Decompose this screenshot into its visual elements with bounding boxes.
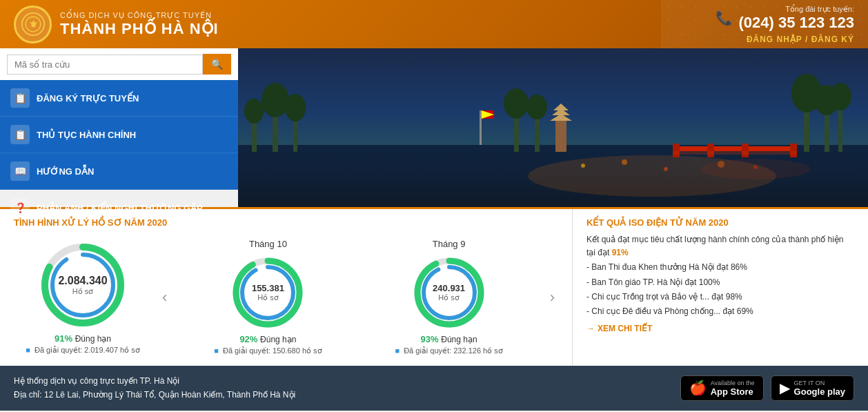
month-9-label: Hồ sơ — [433, 293, 465, 302]
svg-point-10 — [285, 94, 306, 121]
menu-item-register-label: ĐĂNG KÝ TRỰC TUYẾN — [37, 93, 139, 104]
hotline-info: Tổng đài trực tuyến: (024) 35 123 123 — [738, 5, 854, 32]
main-chart-center: 2.084.340 Hồ sơ — [58, 274, 107, 295]
menu-item-register[interactable]: 📋 ĐĂNG KÝ TRỰC TUYẾN — [0, 80, 238, 117]
month-chart-9: Tháng 9 240.931 Hồ sơ 93% — [359, 239, 540, 355]
month-9-chart-center: 240.931 Hồ sơ — [433, 283, 465, 302]
svg-point-37 — [622, 159, 627, 165]
search-bar: 🔍 — [0, 48, 238, 80]
svg-point-20 — [504, 88, 529, 119]
main-chart-pct: 91% — [55, 333, 72, 344]
header-right: 📞 Tổng đài trực tuyến: (024) 35 123 123 … — [716, 5, 854, 44]
search-button[interactable]: 🔍 — [203, 54, 231, 75]
svg-rect-23 — [555, 117, 566, 152]
header-left: ⚜ CỔNG DỊCH VỤ CÔNG TRỰC TUYẾN THÀNH PHỐ… — [14, 6, 219, 43]
iso-section-title: KẾT QUẢ ISO ĐIỆN TỬ NĂM 2020 — [586, 217, 854, 228]
app-store-sub: Available on the — [711, 380, 755, 386]
menu-item-procedure-label: THỦ TỤC HÀNH CHÍNH — [37, 130, 136, 140]
header-main-title: THÀNH PHỐ HÀ NỘI — [60, 20, 219, 38]
google-play-text: GET IT ON Google play — [794, 380, 845, 397]
footer: Hệ thống dịch vụ công trực tuyến TP. Hà … — [0, 366, 868, 411]
menu-item-procedure[interactable]: 📋 THỦ TỤC HÀNH CHÍNH — [0, 117, 238, 153]
login-button[interactable]: ĐĂNG NHẬP / ĐĂNG KÝ — [716, 35, 854, 44]
month-10-stat: 92% Đúng hạn — [239, 334, 296, 344]
google-play-sub: GET IT ON — [794, 380, 845, 386]
svg-point-12 — [244, 99, 264, 124]
month-9-title: Tháng 9 — [433, 239, 466, 249]
main-chart-stat: 91% Đúng hạn — [55, 333, 111, 344]
svg-point-38 — [664, 167, 668, 171]
footer-info: Hệ thống dịch vụ công trực tuyến TP. Hà … — [14, 374, 295, 402]
svg-point-8 — [262, 83, 289, 117]
dot-icon-2: ■ — [214, 346, 219, 355]
svg-point-22 — [526, 95, 547, 119]
svg-rect-27 — [480, 110, 482, 145]
stats-left: TÌNH HÌNH XỬ LÝ HỒ SƠ NĂM 2020 2.084.340… — [0, 209, 573, 366]
iso-item-3: - Chi cục Trồng trọt và Bảo vệ t... đạt … — [586, 291, 854, 304]
main-chart-number: 2.084.340 — [58, 274, 107, 286]
month-10-pct-label: Đúng hạn — [260, 335, 296, 344]
menu-item-feedback[interactable]: ❓ PHẢN ÁNH / KIẾN NGHỊ THƯỜNG GẶP — [0, 190, 238, 226]
svg-rect-30 — [673, 146, 797, 151]
next-arrow-button[interactable]: › — [546, 288, 558, 306]
phone-icon: 📞 — [716, 10, 733, 26]
main-chart-pct-label: Đúng hạn — [75, 334, 111, 344]
svg-point-40 — [753, 165, 758, 169]
month-10-label: Hồ sơ — [252, 293, 284, 302]
google-play-badge[interactable]: ▶ GET IT ON Google play — [771, 375, 854, 401]
svg-rect-34 — [790, 144, 797, 157]
month-9-donut-wrapper: 240.931 Hồ sơ — [411, 255, 487, 331]
svg-rect-32 — [707, 144, 714, 157]
iso-item-2: - Ban Tôn giáo TP. Hà Nội đạt 100% — [586, 276, 854, 289]
main-chart: 2.084.340 Hồ sơ 91% Đúng hạn ■ Đã giải q… — [14, 240, 152, 355]
month-charts: Tháng 10 155.381 Hồ sơ 92% — [177, 239, 539, 355]
month-10-number: 155.381 — [252, 283, 284, 293]
google-play-icon: ▶ — [780, 380, 790, 396]
menu-item-feedback-label: PHẢN ÁNH / KIẾN NGHỊ THƯỜNG GẶP — [37, 203, 203, 213]
svg-rect-33 — [742, 144, 749, 157]
hotline-label: Tổng đài trực tuyến: — [738, 5, 854, 14]
month-10-pct: 92% — [239, 334, 257, 344]
svg-rect-31 — [673, 144, 680, 157]
nav-area: 🔍 📋 ĐĂNG KÝ TRỰC TUYẾN 📋 THỦ TỤC HÀNH CH… — [0, 48, 868, 207]
footer-line2: Địa chỉ: 12 Lê Lai, Phường Lý Thái Tổ, Q… — [14, 388, 295, 402]
dot-icon: ■ — [26, 346, 30, 354]
month-10-detail-text: Đã giải quyết: 150.680 hồ sơ — [223, 346, 322, 355]
app-store-text: Available on the App Store — [711, 380, 755, 397]
svg-text:⚜: ⚜ — [28, 19, 37, 30]
hero-scene — [238, 48, 868, 207]
month-10-title: Tháng 10 — [249, 239, 287, 249]
month-9-detail-text: Đã giải quyết: 232.126 hồ sơ — [404, 346, 503, 355]
month-10-donut-wrapper: 155.381 Hồ sơ — [230, 255, 306, 331]
stats-section: TÌNH HÌNH XỬ LÝ HỒ SƠ NĂM 2020 2.084.340… — [0, 207, 868, 366]
app-store-badge[interactable]: 🍎 Available on the App Store — [680, 375, 764, 401]
iso-intro: Kết quả đạt mục tiêu chất lượng hành chí… — [586, 233, 854, 259]
svg-point-39 — [718, 161, 724, 168]
procedure-icon: 📋 — [10, 125, 30, 144]
iso-item-4: - Chi cục Đê điều và Phòng chống... đạt … — [586, 305, 854, 318]
svg-point-36 — [581, 164, 585, 168]
main-chart-detail: ■ Đã giải quyết: 2.019.407 hồ sơ — [26, 346, 139, 355]
search-input[interactable] — [7, 55, 203, 75]
month-9-stat: 93% Đúng hạn — [421, 334, 477, 344]
svg-rect-35 — [673, 151, 797, 155]
iso-more-link[interactable]: XEM CHI TIẾT — [586, 324, 854, 333]
header-subtitle: CỔNG DỊCH VỤ CÔNG TRỰC TUYẾN — [60, 11, 219, 20]
prev-arrow-button[interactable]: ‹ — [159, 288, 170, 306]
month-9-pct: 93% — [421, 334, 439, 344]
header: ⚜ CỔNG DỊCH VỤ CÔNG TRỰC TUYẾN THÀNH PHỐ… — [0, 0, 868, 48]
hero-image — [238, 48, 868, 207]
app-store-main: App Store — [711, 386, 755, 397]
hotline-number: (024) 35 123 123 — [738, 14, 854, 32]
stats-charts: 2.084.340 Hồ sơ 91% Đúng hạn ■ Đã giải q… — [14, 239, 558, 355]
svg-point-18 — [829, 83, 851, 110]
menu-item-guide[interactable]: 📖 HƯỚNG DẪN — [0, 153, 238, 190]
footer-line1: Hệ thống dịch vụ công trực tuyến TP. Hà … — [14, 374, 295, 388]
guide-icon: 📖 — [10, 161, 30, 181]
logo: ⚜ — [14, 6, 52, 43]
main-chart-label: Hồ sơ — [58, 286, 107, 295]
apple-icon: 🍎 — [689, 380, 707, 396]
app-badges: 🍎 Available on the App Store ▶ GET IT ON… — [680, 375, 854, 401]
dot-icon-3: ■ — [395, 346, 400, 355]
month-9-detail: ■ Đã giải quyết: 232.126 hồ sơ — [395, 346, 502, 355]
